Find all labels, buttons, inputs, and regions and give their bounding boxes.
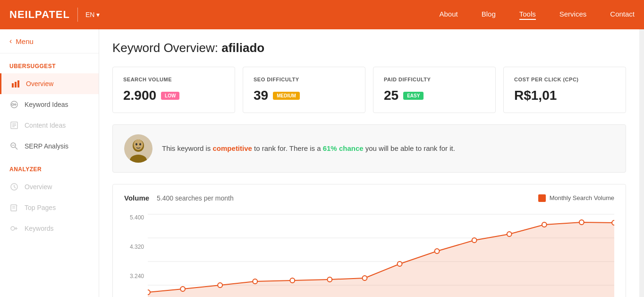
paid-difficulty-badge: EASY [403,92,424,100]
sidebar-item-serp-analysis-label: SERP Analysis [25,142,68,150]
legend-color-box [538,194,546,202]
svg-point-32 [148,290,150,295]
svg-point-42 [507,232,512,236]
sidebar-item-keywords[interactable]: Keywords [0,218,99,239]
nav-blog[interactable]: Blog [482,10,496,20]
lang-selector[interactable]: EN [85,11,100,18]
svg-point-45 [612,220,614,225]
ubersuggest-section-title: UBERSUGGEST [0,53,99,73]
svg-point-43 [542,222,547,227]
nav-services[interactable]: Services [559,10,587,20]
sidebar-item-overview-label: Overview [26,80,53,87]
search-volume-badge: LOW [161,92,179,100]
svg-point-27 [139,143,141,146]
search-volume-value: 2.900 [123,88,156,103]
chart-legend: Monthly Search Volume [538,194,614,202]
sidebar-item-analyzer-overview[interactable]: Overview [0,176,99,197]
keyword-icon [9,100,19,109]
nav-links: About Blog Tools Services Contact [440,10,635,20]
svg-point-38 [362,276,367,280]
metric-card-cpc: COST PER CLICK (CPC) R$1,01 [503,67,626,113]
overview-icon [9,182,19,192]
scrollbar-track[interactable] [639,29,644,297]
svg-point-26 [136,143,137,146]
nav-about[interactable]: About [440,10,458,20]
sidebar-item-serp-analysis[interactable]: SERP Analysis [0,136,99,157]
sidebar-item-overview[interactable]: Overview [0,73,99,94]
svg-rect-1 [15,82,17,87]
svg-point-34 [218,283,222,288]
svg-point-36 [290,278,295,283]
svg-point-39 [398,262,402,266]
chart-subtitle: 5.400 searches per month [157,194,234,202]
sidebar-item-top-pages[interactable]: Top Pages [0,197,99,218]
info-text: This keyword is competitive to rank for.… [162,143,455,154]
info-box: This keyword is competitive to rank for.… [112,124,626,173]
metric-card-seo-difficulty: SEO DIFFICULTY 39 MEDIUM [243,67,365,113]
chart-title: Volume [124,194,149,202]
sidebar-item-keyword-ideas-label: Keyword Ideas [25,101,68,108]
serp-icon [9,141,19,151]
chart-y-labels: 5.400 4.320 3.240 2.160 [124,210,148,297]
y-label-4320: 4.320 [124,244,148,250]
svg-point-40 [435,249,440,253]
y-label-3240: 3.240 [124,273,148,280]
sidebar-item-keywords-label: Keywords [25,225,53,232]
seo-difficulty-label: SEO DIFFICULTY [254,77,355,82]
svg-line-12 [15,147,17,149]
chevron-down-icon [96,11,100,18]
nav-tools[interactable]: Tools [519,10,536,20]
metric-card-paid-difficulty: PAID DIFFICULTY 25 EASY [373,67,496,113]
keywords-icon [9,224,19,233]
menu-label: Menu [16,37,34,45]
svg-point-4 [12,104,14,105]
logo: NEILPATEL [9,9,70,21]
menu-toggle[interactable]: ‹ Menu [0,29,99,53]
keyword-name: afiliado [221,41,264,55]
chart-header: Volume 5.400 searches per month Monthly … [124,194,614,202]
chart-container: 5.400 4.320 3.240 2.160 [124,210,614,297]
content-icon [9,121,19,130]
sidebar-item-keyword-ideas[interactable]: Keyword Ideas [0,94,99,115]
seo-difficulty-badge: MEDIUM [273,92,300,100]
svg-rect-2 [17,80,19,87]
legend-label: Monthly Search Volume [550,194,614,201]
metric-card-search-volume: SEARCH VOLUME 2.900 LOW [112,67,235,113]
sidebar-item-content-ideas-label: Content Ideas [25,122,66,129]
svg-point-19 [11,227,15,230]
cpc-label: COST PER CLICK (CPC) [514,77,615,82]
y-label-5400: 5.400 [124,214,148,221]
paid-difficulty-label: PAID DIFFICULTY [384,77,485,82]
svg-point-33 [180,287,185,291]
search-volume-label: SEARCH VOLUME [123,77,224,82]
avatar [124,134,153,163]
top-nav: NEILPATEL EN About Blog Tools Services C… [0,0,644,29]
analyzer-section-title: ANALYZER [0,157,99,176]
page-title: Keyword Overview: afiliado [112,41,626,55]
main-content: Keyword Overview: afiliado SEARCH VOLUME… [99,29,639,297]
sidebar-item-top-pages-label: Top Pages [25,204,56,211]
svg-point-41 [472,238,477,243]
nav-divider [77,8,78,22]
chart-svg-area [148,210,614,297]
seo-difficulty-value: 39 [254,88,268,103]
nav-contact[interactable]: Contact [610,10,635,20]
paid-difficulty-value: 25 [384,88,398,103]
svg-rect-0 [12,83,14,87]
sidebar: ‹ Menu UBERSUGGEST Overview [0,29,99,297]
sidebar-item-analyzer-overview-label: Overview [25,183,52,191]
chevron-left-icon: ‹ [9,37,12,45]
svg-point-44 [579,220,584,225]
svg-point-37 [327,277,332,282]
cpc-value: R$1,01 [514,88,557,103]
chart-section: Volume 5.400 searches per month Monthly … [112,184,626,297]
bar-chart-icon [11,79,20,88]
metric-cards: SEARCH VOLUME 2.900 LOW SEO DIFFICULTY 3… [112,67,626,113]
sidebar-item-content-ideas[interactable]: Content Ideas [0,115,99,136]
svg-point-35 [253,279,257,284]
pages-icon [9,203,19,212]
